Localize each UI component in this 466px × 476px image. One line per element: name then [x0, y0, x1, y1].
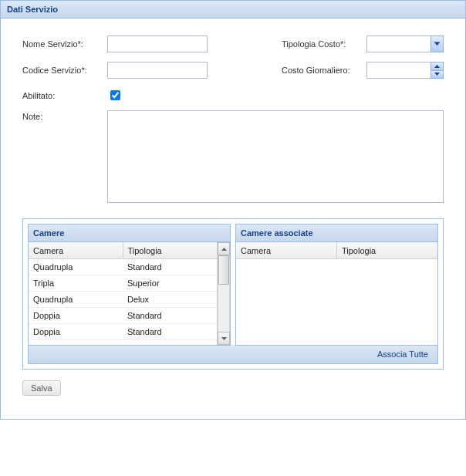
table-row[interactable]: QuadruplaStandard	[29, 259, 217, 275]
abilitato-label: Abilitato:	[22, 91, 107, 100]
cell-camera: Quadrupla	[29, 259, 123, 275]
camere-body: Camera Tipologia QuadruplaStandardTripla…	[29, 242, 230, 345]
codice-servizio-input[interactable]	[107, 62, 208, 79]
camere-associate-grid: Camere associate Camera Tipologia	[235, 224, 438, 346]
camere-header: Camera Tipologia	[29, 242, 217, 259]
camere-associate-col-camera[interactable]: Camera	[236, 242, 337, 259]
camere-scrollbar[interactable]	[217, 242, 230, 345]
cell-camera: Doppia	[29, 308, 123, 324]
camere-associate-title: Camere associate	[236, 224, 437, 242]
costo-giornaliero-spinner[interactable]	[366, 62, 444, 79]
camere-associate-body: Camera Tipologia	[236, 242, 437, 345]
tables-panel: Camere Camera Tipologia QuadruplaStandar…	[22, 218, 444, 370]
spinner-up-button[interactable]	[431, 62, 444, 70]
camere-associate-col-tipologia[interactable]: Tipologia	[337, 242, 437, 259]
spinner-buttons	[431, 62, 444, 79]
associa-tutte-bar: Associa Tutte	[28, 345, 438, 364]
chevron-up-icon	[221, 248, 227, 251]
chevron-down-icon	[434, 42, 441, 46]
scroll-thumb[interactable]	[218, 255, 229, 285]
table-row[interactable]: DoppiaStandard	[29, 308, 217, 324]
camere-col-tipologia[interactable]: Tipologia	[123, 242, 218, 259]
cell-tipologia: Superior	[123, 275, 217, 292]
cell-camera: Tripla	[29, 275, 123, 292]
abilitato-checkbox[interactable]	[110, 90, 120, 100]
camere-table: Camera Tipologia QuadruplaStandardTripla…	[29, 242, 217, 345]
tables-row: Camere Camera Tipologia QuadruplaStandar…	[28, 224, 438, 346]
scroll-track[interactable]	[218, 255, 230, 332]
scroll-down-button[interactable]	[218, 332, 230, 345]
cell-camera: Doppia	[29, 324, 123, 340]
camere-col-camera[interactable]: Camera	[29, 242, 123, 259]
camere-associate-rows	[236, 259, 437, 345]
chevron-down-icon	[434, 73, 440, 76]
chevron-down-icon	[221, 337, 227, 340]
cell-tipologia: Standard	[123, 324, 217, 340]
camere-title: Camere	[29, 224, 230, 242]
panel-title: Dati Servizio	[1, 1, 465, 19]
tipologia-costo-trigger[interactable]	[431, 35, 444, 52]
spinner-down-button[interactable]	[431, 70, 444, 79]
associa-tutte-link[interactable]: Associa Tutte	[377, 349, 428, 359]
nome-servizio-input[interactable]	[107, 35, 208, 52]
dati-servizio-panel: Dati Servizio Nome Servizio*: Tipologia …	[0, 0, 466, 420]
scroll-up-button[interactable]	[218, 242, 230, 255]
bottom-gap	[22, 396, 444, 413]
chevron-up-icon	[434, 65, 440, 68]
costo-giornaliero-input[interactable]	[366, 62, 431, 79]
table-row[interactable]: DoppiaStandard	[29, 324, 217, 340]
panel-body: Nome Servizio*: Tipologia Costo*: Codice…	[1, 19, 465, 419]
note-row: Note:	[22, 110, 444, 203]
tipologia-costo-label: Tipologia Costo*:	[282, 39, 366, 49]
camere-rows: QuadruplaStandardTriplaSuperiorQuadrupla…	[29, 259, 217, 345]
cell-camera: Quadrupla	[29, 292, 123, 308]
camere-associate-table: Camera Tipologia	[236, 242, 437, 345]
camere-associate-header: Camera Tipologia	[236, 242, 437, 259]
salva-button[interactable]: Salva	[22, 380, 61, 396]
tipologia-costo-combo[interactable]	[366, 35, 444, 52]
cell-tipologia: Delux	[123, 292, 217, 308]
costo-giornaliero-label: Costo Giornaliero:	[282, 66, 366, 75]
tipologia-costo-input[interactable]	[366, 35, 431, 52]
table-row[interactable]: TriplaSuperior	[29, 275, 217, 292]
camere-grid: Camere Camera Tipologia QuadruplaStandar…	[28, 224, 231, 346]
cell-tipologia: Standard	[123, 308, 217, 324]
cell-tipologia: Standard	[123, 259, 217, 275]
abilitato-cell	[107, 88, 208, 103]
form-grid: Nome Servizio*: Tipologia Costo*: Codice…	[22, 35, 444, 103]
nome-servizio-label: Nome Servizio*:	[22, 39, 107, 49]
button-row: Salva	[22, 380, 444, 396]
note-textarea[interactable]	[107, 110, 444, 203]
table-row[interactable]: QuadruplaDelux	[29, 292, 217, 308]
note-label: Note:	[22, 110, 107, 203]
codice-servizio-label: Codice Servizio*:	[22, 66, 107, 75]
